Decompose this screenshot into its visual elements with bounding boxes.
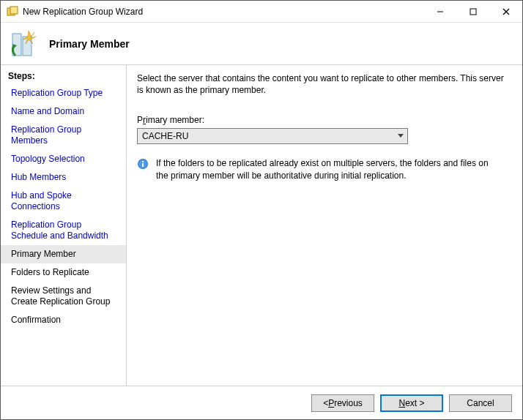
svg-rect-1 xyxy=(10,7,18,14)
svg-rect-3 xyxy=(470,9,476,15)
app-icon xyxy=(7,6,18,18)
minimize-button[interactable] xyxy=(423,1,456,22)
svg-rect-13 xyxy=(142,163,144,167)
close-button[interactable] xyxy=(489,1,522,22)
header-band: Primary Member xyxy=(1,23,522,65)
chevron-down-icon xyxy=(394,129,407,143)
steps-heading: Steps: xyxy=(1,70,126,84)
steps-sidebar: Steps: Replication Group TypeName and Do… xyxy=(1,65,127,386)
step-item[interactable]: Hub and Spoke Connections xyxy=(1,187,126,216)
window-title: New Replication Group Wizard xyxy=(23,7,423,17)
step-item[interactable]: Replication Group Type xyxy=(1,84,126,102)
page-title: Primary Member xyxy=(49,38,130,50)
step-item: Confirmation xyxy=(1,311,126,329)
step-item: Primary Member xyxy=(1,245,126,263)
page-description: Select the server that contains the cont… xyxy=(137,72,512,96)
next-button[interactable]: Next > xyxy=(380,394,443,412)
primary-member-label: Primary member: xyxy=(137,115,512,125)
info-text: If the folders to be replicated already … xyxy=(156,157,493,181)
wizard-window: New Replication Group Wizard Primary M xyxy=(0,0,523,420)
primary-member-dropdown[interactable]: CACHE-RU xyxy=(137,128,408,144)
info-icon xyxy=(137,158,149,170)
step-item[interactable]: Hub Members xyxy=(1,168,126,187)
titlebar: New Replication Group Wizard xyxy=(1,1,522,23)
info-note: If the folders to be replicated already … xyxy=(137,157,512,181)
previous-button[interactable]: < Previous xyxy=(311,394,374,412)
primary-member-value: CACHE-RU xyxy=(142,131,394,141)
svg-rect-14 xyxy=(142,161,144,162)
step-item: Folders to Replicate xyxy=(1,263,126,282)
wizard-icon xyxy=(8,29,37,59)
step-item[interactable]: Replication Group Schedule and Bandwidth xyxy=(1,216,126,245)
step-item[interactable]: Topology Selection xyxy=(1,150,126,168)
footer: < Previous Next > Cancel xyxy=(1,386,522,419)
svg-marker-10 xyxy=(398,134,404,138)
step-item: Review Settings and Create Replication G… xyxy=(1,282,126,311)
body: Steps: Replication Group TypeName and Do… xyxy=(1,65,522,386)
step-item[interactable]: Replication Group Members xyxy=(1,121,126,150)
content-pane: Select the server that contains the cont… xyxy=(127,65,522,386)
window-controls xyxy=(423,1,522,22)
maximize-button[interactable] xyxy=(456,1,489,22)
cancel-button[interactable]: Cancel xyxy=(449,394,512,412)
step-item[interactable]: Name and Domain xyxy=(1,102,126,121)
